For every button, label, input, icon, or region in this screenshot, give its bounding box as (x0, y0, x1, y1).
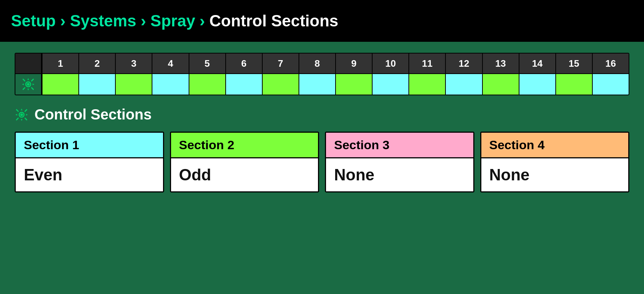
nozzle-col-7[interactable]: 7 (262, 54, 299, 95)
nozzle-num-13: 13 (483, 54, 519, 74)
nozzle-cell-14 (519, 74, 555, 95)
nozzle-cell-4 (152, 74, 188, 95)
nozzle-cell-7 (263, 74, 299, 95)
nozzle-num-14: 14 (519, 54, 555, 74)
nozzle-cell-13 (483, 74, 519, 95)
nozzle-cell-1 (42, 74, 78, 95)
nozzle-grid: 12345678910111213141516 (15, 53, 629, 95)
section-card-1[interactable]: Section 1Even (15, 132, 164, 192)
section-card-header-1: Section 1 (16, 133, 163, 158)
nozzle-cell-9 (336, 74, 372, 95)
nozzle-cell-10 (373, 74, 408, 95)
nozzle-num-2: 2 (79, 54, 115, 74)
breadcrumb-spray[interactable]: Spray (151, 12, 195, 30)
section-card-header-3: Section 3 (326, 133, 473, 158)
nozzle-num-4: 4 (152, 54, 188, 74)
nozzle-col-12[interactable]: 12 (445, 54, 482, 95)
section-card-body-2: Odd (171, 158, 318, 191)
nozzle-col-11[interactable]: 11 (408, 54, 445, 95)
nozzle-num-3: 3 (116, 54, 152, 74)
section-card-body-4: None (481, 158, 629, 191)
nozzle-cell-15 (556, 74, 592, 95)
breadcrumb-sep-2: › (141, 12, 146, 30)
nozzle-col-1[interactable]: 1 (42, 54, 78, 95)
nozzle-col-15[interactable]: 15 (555, 54, 592, 95)
nozzle-cell-11 (409, 74, 445, 95)
breadcrumb-systems[interactable]: Systems (70, 12, 136, 30)
nozzle-col-8[interactable]: 8 (299, 54, 335, 95)
nozzle-col-2[interactable]: 2 (78, 54, 115, 95)
svg-point-3 (20, 113, 23, 116)
nozzle-num-15: 15 (556, 54, 592, 74)
nozzle-gear-icon-cell (15, 74, 41, 95)
section-header: Control Sections (15, 106, 629, 123)
nozzle-num-9: 9 (336, 54, 372, 74)
nozzle-num-5: 5 (189, 54, 225, 74)
nozzle-num-11: 11 (409, 54, 445, 74)
nozzle-cell-3 (116, 74, 152, 95)
section-card-2[interactable]: Section 2Odd (170, 132, 319, 192)
nozzle-col-10[interactable]: 10 (372, 54, 408, 95)
nozzle-col-3[interactable]: 3 (115, 54, 152, 95)
nozzle-col-4[interactable]: 4 (152, 54, 188, 95)
nozzle-cell-8 (299, 74, 335, 95)
breadcrumb-sep-1: › (60, 12, 66, 30)
gear-icon (21, 77, 35, 91)
svg-point-1 (27, 83, 30, 86)
nozzle-label-header (15, 54, 41, 74)
nozzle-num-12: 12 (446, 54, 482, 74)
section-card-header-2: Section 2 (171, 133, 318, 158)
section-card-body-1: Even (16, 158, 163, 191)
breadcrumb-current: Control Sections (210, 12, 338, 30)
nozzle-col-13[interactable]: 13 (482, 54, 519, 95)
main-content: 12345678910111213141516 Control Sections… (0, 42, 644, 203)
header: Setup › Systems › Spray › Control Sectio… (0, 0, 644, 42)
breadcrumb-sep-3: › (200, 12, 205, 30)
nozzle-num-16: 16 (593, 54, 629, 74)
nozzle-cell-5 (189, 74, 225, 95)
section-card-4[interactable]: Section 4None (480, 132, 630, 192)
nozzle-col-14[interactable]: 14 (519, 54, 555, 95)
nozzle-num-10: 10 (373, 54, 408, 74)
section-cards: Section 1EvenSection 2OddSection 3NoneSe… (15, 132, 629, 192)
section-card-header-4: Section 4 (481, 133, 629, 158)
section-gear-icon (15, 108, 29, 122)
nozzle-cell-16 (593, 74, 629, 95)
nozzle-num-6: 6 (226, 54, 262, 74)
nozzle-col-6[interactable]: 6 (225, 54, 262, 95)
nozzle-col-16[interactable]: 16 (592, 54, 629, 95)
nozzle-cell-6 (226, 74, 262, 95)
section-header-title: Control Sections (34, 106, 152, 123)
section-card-3[interactable]: Section 3None (325, 132, 474, 192)
nozzle-num-7: 7 (263, 54, 299, 74)
nozzle-num-8: 8 (299, 54, 335, 74)
nozzle-col-9[interactable]: 9 (335, 54, 372, 95)
breadcrumb-setup[interactable]: Setup (11, 12, 56, 30)
nozzle-col-5[interactable]: 5 (189, 54, 225, 95)
nozzle-cell-2 (79, 74, 115, 95)
nozzle-label-col (15, 54, 42, 95)
nozzle-bar-wrapper: 12345678910111213141516 (15, 53, 629, 95)
breadcrumb: Setup › Systems › Spray › Control Sectio… (11, 12, 338, 30)
nozzle-numbers-row: 12345678910111213141516 (42, 54, 629, 95)
nozzle-cell-12 (446, 74, 482, 95)
nozzle-num-1: 1 (42, 54, 78, 74)
section-card-body-3: None (326, 158, 473, 191)
